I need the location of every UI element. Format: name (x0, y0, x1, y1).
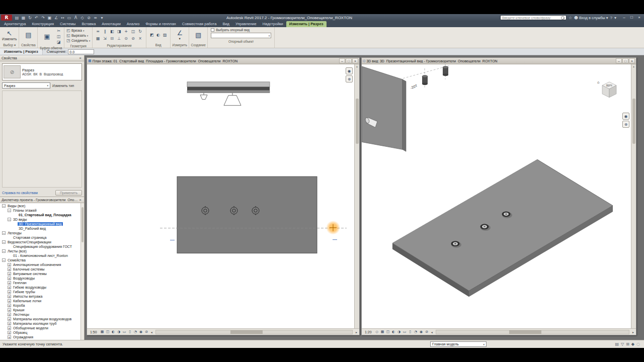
mirror-axis-icon[interactable]: ◨ (116, 28, 122, 35)
tree-item[interactable]: − Ведомости/Спецификации (0, 240, 84, 244)
horizontal-scrollbar[interactable] (155, 330, 353, 334)
steering-wheel-icon[interactable]: ◉ (346, 67, 353, 74)
move-icon[interactable]: + (123, 28, 129, 35)
help-button[interactable]: ? (610, 16, 612, 20)
scrollbar-thumb[interactable] (356, 99, 359, 144)
print-icon[interactable]: ▣ (46, 15, 53, 21)
reveal-hidden-icon[interactable]: ◉ (138, 329, 144, 335)
temporary-hide-icon[interactable]: ◔ (133, 329, 138, 335)
crop-visibility-icon[interactable]: ▯ (408, 329, 413, 335)
text-icon[interactable]: A (72, 15, 79, 21)
constraints-icon[interactable]: ⊘ (144, 329, 149, 335)
offset-icon[interactable]: ∥ (102, 28, 108, 35)
expander-icon[interactable]: + (8, 308, 11, 312)
sun-path-icon[interactable]: ◐ (111, 329, 116, 335)
tree-item[interactable]: + Образец (0, 330, 84, 335)
ribbon-tab[interactable]: Совместная работа (179, 21, 220, 27)
ribbon-tab[interactable]: Анализ (124, 21, 142, 27)
measure-icon[interactable]: ∠ (53, 15, 59, 21)
sync-icon[interactable]: ↻ (27, 15, 33, 21)
properties-filter-dropdown[interactable]: Разрез ▾ (2, 82, 50, 88)
view-minimize-button[interactable]: – (339, 58, 345, 63)
view-maximize-button[interactable]: □ (346, 58, 352, 63)
ribbon-tab[interactable]: Архитектура (1, 21, 29, 27)
tree-item[interactable]: + Импосты витража (0, 294, 84, 299)
tree-item[interactable]: + Короба (0, 303, 84, 308)
3d-view-icon[interactable]: ◇ (79, 15, 86, 21)
steering-wheel-icon[interactable]: ◉ (622, 113, 629, 120)
zoom-icon[interactable]: ⊕ (346, 75, 353, 82)
expander-icon[interactable]: − (2, 249, 6, 253)
scroll-up-icon[interactable]: ▴ (356, 64, 358, 68)
scroll-right-icon[interactable]: ▸ (631, 330, 635, 334)
mirror-pick-icon[interactable]: ◧ (109, 28, 115, 35)
expander-icon[interactable]: − (8, 218, 11, 221)
detail-level-icon[interactable]: ▦ (100, 329, 105, 335)
ribbon-tab[interactable]: Конструкция (29, 21, 57, 27)
vertical-scrollbar[interactable]: ▴ (354, 64, 359, 328)
expander-icon[interactable]: + (8, 331, 11, 334)
create-button[interactable]: ▧ (191, 31, 205, 39)
view-maximize-button[interactable]: □ (622, 58, 628, 63)
plan-canvas[interactable]: ◉⊕ (87, 64, 354, 328)
tree-item[interactable]: + Витражные системы (0, 272, 84, 276)
offset-input[interactable]: 0.0 (68, 49, 94, 54)
cylinder-speaker-3d[interactable] (422, 75, 428, 85)
ribbon-tab[interactable]: Вставка (78, 21, 99, 27)
tree-scrollbar[interactable] (80, 203, 84, 340)
expander-icon[interactable]: + (8, 272, 11, 276)
expander-icon[interactable]: − (2, 240, 6, 244)
expander-icon[interactable]: + (8, 299, 11, 303)
section-icon[interactable]: ⊘ (86, 15, 92, 21)
sun-path-icon[interactable]: ◐ (391, 329, 396, 335)
dimension-icon[interactable]: ↔ (59, 15, 66, 21)
split-icon[interactable]: ⊟ (109, 35, 115, 42)
tree-item[interactable]: + Воздуховоды (0, 276, 84, 281)
tree-item[interactable]: 01_Стартовый вид_Площадка (0, 213, 84, 217)
view-close-button[interactable]: × (629, 58, 635, 63)
expander-icon[interactable]: + (8, 277, 11, 280)
worksets-icon[interactable]: ▤ (615, 342, 619, 346)
cope-button[interactable]: ◰ Врезка ▾ (66, 28, 90, 33)
plan-view-titlebar[interactable]: ▦ План этажа: 01_Стартовый вид_Площадка … (87, 58, 359, 64)
scale-icon[interactable]: ⇲ (102, 35, 108, 42)
view-minimize-button[interactable]: – (616, 58, 622, 63)
close-icon[interactable]: × (78, 56, 83, 60)
select-link-icon[interactable]: ⊞ (626, 342, 629, 346)
visual-style-icon[interactable]: ◫ (385, 329, 391, 335)
cut-icon[interactable]: ✂ (55, 28, 62, 34)
pan-icon[interactable]: ⊕ (622, 121, 629, 128)
tree-item[interactable]: + Ограждения (0, 335, 84, 339)
expander-icon[interactable]: + (8, 263, 11, 266)
background-process-icon[interactable]: ◌ (636, 342, 640, 346)
pin-icon[interactable]: ⊙ (123, 35, 129, 42)
expander-icon[interactable]: + (8, 326, 11, 330)
show-hidden-icon[interactable]: ◐ (155, 32, 162, 38)
trim-icon[interactable]: ⊥ (116, 35, 122, 42)
panel-label-select[interactable]: Выбор ▾ (0, 43, 19, 48)
open-icon[interactable]: ▤ (14, 15, 20, 21)
scrollbar-thumb[interactable] (230, 330, 263, 334)
reference-view-dropdown[interactable]: ▾ (211, 33, 271, 38)
expander-icon[interactable]: + (8, 281, 11, 285)
modify-button[interactable]: ↖ Изменить (2, 30, 17, 41)
edit-type-button[interactable]: Изменить тип (52, 84, 74, 87)
scrollbar-thumb[interactable] (632, 99, 635, 144)
ribbon-tab[interactable]: Управление (232, 21, 260, 27)
close-icon[interactable]: × (78, 198, 83, 202)
tree-item[interactable]: 3D_Презентационный вид (0, 222, 84, 226)
delete-icon[interactable]: × (137, 35, 143, 42)
apply-button[interactable]: Применить (55, 190, 82, 196)
tree-item[interactable]: + Аннотационные обозначения (0, 262, 84, 267)
tag-icon[interactable]: ▭ (66, 15, 72, 21)
expander-icon[interactable]: + (8, 304, 11, 307)
3d-canvas[interactable]: -20Т (362, 64, 631, 328)
horizontal-scrollbar[interactable] (436, 330, 629, 334)
measure-button[interactable]: ∠ ▾ (173, 29, 187, 41)
expander-icon[interactable]: + (8, 313, 11, 316)
shadows-icon[interactable]: ◑ (116, 329, 122, 335)
tree-item[interactable]: 3D_Рабочий вид (0, 226, 84, 231)
join-button[interactable]: ◳ Соединить ▾ (66, 38, 90, 43)
expander-icon[interactable]: + (8, 295, 11, 298)
tree-item[interactable]: + Обобщенные модели (0, 326, 84, 330)
